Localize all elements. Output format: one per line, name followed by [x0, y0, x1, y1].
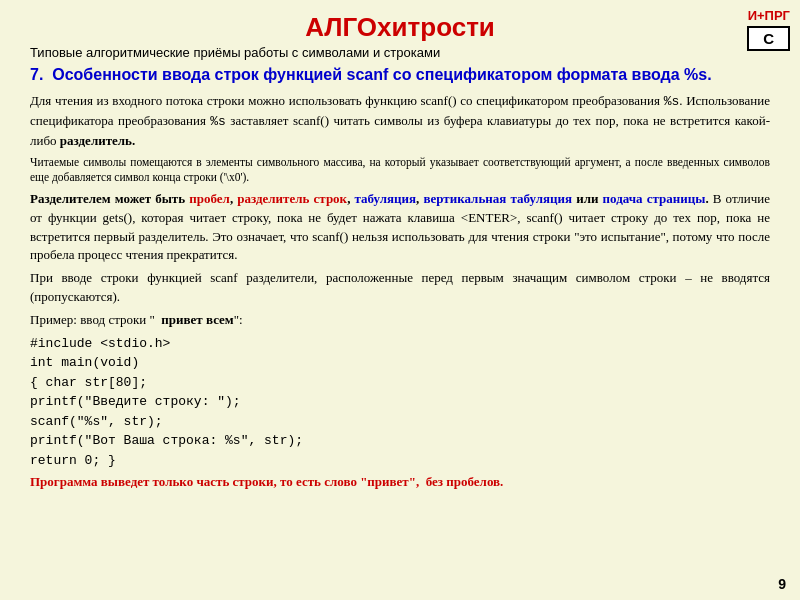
code-block: #include <stdio.h> int main(void) { char… [30, 334, 770, 471]
bottom-line: Программа выведет только часть строки, т… [30, 474, 770, 490]
iprg-label: И+ПРГ [748, 8, 790, 23]
section-title: 7. Особенности ввода строк функцией scan… [30, 64, 770, 86]
p1-text: Для чтения из входного потока строки мож… [30, 93, 770, 148]
example-string: привет всем [161, 312, 233, 327]
code-line-5: scanf("%s", str); [30, 412, 770, 432]
page: И+ПРГ С АЛГОхитрости Типовые алгоритмиче… [0, 0, 800, 600]
code-line-2: int main(void) [30, 353, 770, 373]
p2-probel: пробел [189, 191, 230, 206]
p2-tab: табуляция [355, 191, 417, 206]
p2-razd-strok: разделитель строк [237, 191, 347, 206]
p2-vtab: вертикальная табуляция [423, 191, 572, 206]
main-title: АЛГОхитрости [30, 12, 770, 43]
subtitle: Типовые алгоритмические приёмы работы с … [30, 45, 770, 60]
p2-page: подача страницы [603, 191, 706, 206]
page-number: 9 [778, 576, 786, 592]
example-label: Пример: ввод строки " привет всем": [30, 311, 770, 330]
paragraph-3: При вводе строки функцией scanf разделит… [30, 269, 770, 307]
p2-razd-label: Разделителем может быть [30, 191, 189, 206]
code-line-7: return 0; } [30, 451, 770, 471]
word-privet: привет [367, 474, 408, 489]
c-box: С [747, 26, 790, 51]
top-right-corner: И+ПРГ С [747, 8, 790, 51]
section-number: 7. [30, 66, 43, 83]
paragraph-1: Для чтения из входного потока строки мож… [30, 92, 770, 151]
code-line-1: #include <stdio.h> [30, 334, 770, 354]
code-line-6: printf("Вот Ваша строка: %s", str); [30, 431, 770, 451]
code-line-4: printf("Введите строку: "); [30, 392, 770, 412]
paragraph-1-small: Читаемые символы помещаются в элементы с… [30, 155, 770, 186]
section-title-text: Особенности ввода строк функцией scanf с… [52, 66, 711, 83]
code-line-3: { char str[80]; [30, 373, 770, 393]
paragraph-2: Разделителем может быть пробел, разделит… [30, 190, 770, 265]
